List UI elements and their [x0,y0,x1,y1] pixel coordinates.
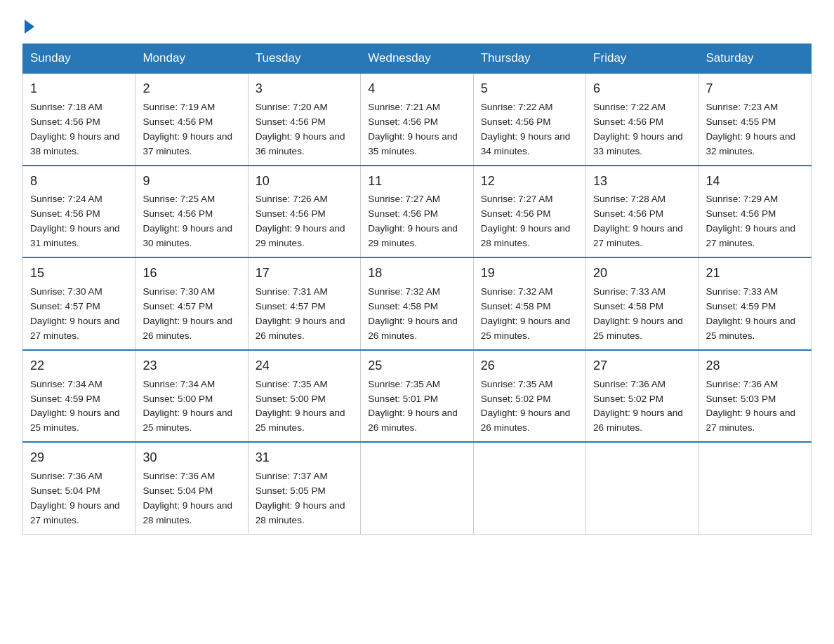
day-number: 29 [30,448,128,468]
day-number: 2 [143,79,240,99]
day-info: Sunrise: 7:32 AMSunset: 4:58 PMDaylight:… [368,286,458,341]
calendar-cell: 8Sunrise: 7:24 AMSunset: 4:56 PMDaylight… [23,166,135,258]
calendar-table: SundayMondayTuesdayWednesdayThursdayFrid… [22,43,812,535]
day-number: 18 [368,264,465,283]
day-info: Sunrise: 7:34 AMSunset: 5:00 PMDaylight:… [143,379,232,434]
day-number: 24 [256,356,353,376]
calendar-cell: 7Sunrise: 7:23 AMSunset: 4:55 PMDaylight… [699,73,811,166]
calendar-cell: 6Sunrise: 7:22 AMSunset: 4:56 PMDaylight… [586,73,699,166]
calendar-cell: 19Sunrise: 7:32 AMSunset: 4:58 PMDayligh… [473,257,585,350]
day-number: 17 [256,264,353,283]
calendar-cell: 30Sunrise: 7:36 AMSunset: 5:04 PMDayligh… [135,442,248,534]
header-wednesday: Wednesday [361,44,473,74]
day-info: Sunrise: 7:30 AMSunset: 4:57 PMDaylight:… [30,286,120,341]
day-info: Sunrise: 7:30 AMSunset: 4:57 PMDaylight:… [143,286,232,341]
day-number: 4 [368,79,465,99]
page-header [22,17,812,31]
header-saturday: Saturday [699,44,811,74]
header-monday: Monday [135,44,248,74]
calendar-cell: 23Sunrise: 7:34 AMSunset: 5:00 PMDayligh… [135,350,248,443]
header-tuesday: Tuesday [248,44,360,74]
day-info: Sunrise: 7:35 AMSunset: 5:02 PMDaylight:… [481,379,571,434]
day-number: 27 [593,356,691,376]
calendar-cell [699,442,811,534]
day-info: Sunrise: 7:34 AMSunset: 4:59 PMDaylight:… [30,379,120,434]
day-info: Sunrise: 7:19 AMSunset: 4:56 PMDaylight:… [143,102,232,156]
calendar-cell: 14Sunrise: 7:29 AMSunset: 4:56 PMDayligh… [699,166,811,258]
day-number: 7 [706,79,804,99]
calendar-cell: 15Sunrise: 7:30 AMSunset: 4:57 PMDayligh… [23,257,135,350]
day-number: 9 [143,172,240,192]
calendar-cell: 12Sunrise: 7:27 AMSunset: 4:56 PMDayligh… [473,166,585,258]
calendar-cell: 11Sunrise: 7:27 AMSunset: 4:56 PMDayligh… [361,166,473,258]
day-number: 5 [481,79,578,99]
day-number: 8 [30,172,128,192]
day-info: Sunrise: 7:23 AMSunset: 4:55 PMDaylight:… [706,102,796,156]
calendar-week-row: 22Sunrise: 7:34 AMSunset: 4:59 PMDayligh… [23,350,812,443]
day-number: 28 [706,356,804,376]
calendar-cell [473,442,585,534]
calendar-cell: 22Sunrise: 7:34 AMSunset: 4:59 PMDayligh… [23,350,135,443]
calendar-cell: 4Sunrise: 7:21 AMSunset: 4:56 PMDaylight… [361,73,473,166]
day-info: Sunrise: 7:36 AMSunset: 5:04 PMDaylight:… [143,471,232,525]
logo-arrow-icon [25,20,34,34]
header-sunday: Sunday [23,44,135,74]
day-number: 12 [481,172,578,192]
calendar-cell: 3Sunrise: 7:20 AMSunset: 4:56 PMDaylight… [248,73,360,166]
calendar-cell: 25Sunrise: 7:35 AMSunset: 5:01 PMDayligh… [361,350,473,443]
day-number: 3 [256,79,353,99]
day-number: 11 [368,172,465,192]
day-number: 21 [706,264,804,283]
calendar-cell [361,442,473,534]
calendar-week-row: 29Sunrise: 7:36 AMSunset: 5:04 PMDayligh… [23,442,812,534]
day-info: Sunrise: 7:18 AMSunset: 4:56 PMDaylight:… [30,102,120,156]
day-number: 19 [481,264,578,283]
day-info: Sunrise: 7:31 AMSunset: 4:57 PMDaylight:… [256,286,345,341]
calendar-header-row: SundayMondayTuesdayWednesdayThursdayFrid… [23,44,812,74]
day-info: Sunrise: 7:22 AMSunset: 4:56 PMDaylight:… [593,102,683,156]
day-number: 25 [368,356,465,376]
calendar-cell: 1Sunrise: 7:18 AMSunset: 4:56 PMDaylight… [23,73,135,166]
calendar-week-row: 8Sunrise: 7:24 AMSunset: 4:56 PMDaylight… [23,166,812,258]
day-info: Sunrise: 7:28 AMSunset: 4:56 PMDaylight:… [593,194,683,248]
day-number: 6 [593,79,691,99]
day-number: 16 [143,264,240,283]
day-info: Sunrise: 7:35 AMSunset: 5:00 PMDaylight:… [256,379,345,434]
calendar-week-row: 15Sunrise: 7:30 AMSunset: 4:57 PMDayligh… [23,257,812,350]
calendar-cell: 18Sunrise: 7:32 AMSunset: 4:58 PMDayligh… [361,257,473,350]
day-number: 14 [706,172,804,192]
day-number: 22 [30,356,128,376]
day-info: Sunrise: 7:35 AMSunset: 5:01 PMDaylight:… [368,379,458,434]
calendar-cell: 16Sunrise: 7:30 AMSunset: 4:57 PMDayligh… [135,257,248,350]
calendar-cell: 21Sunrise: 7:33 AMSunset: 4:59 PMDayligh… [699,257,811,350]
day-info: Sunrise: 7:27 AMSunset: 4:56 PMDaylight:… [368,194,458,248]
day-info: Sunrise: 7:27 AMSunset: 4:56 PMDaylight:… [481,194,571,248]
calendar-cell: 2Sunrise: 7:19 AMSunset: 4:56 PMDaylight… [135,73,248,166]
calendar-cell: 29Sunrise: 7:36 AMSunset: 5:04 PMDayligh… [23,442,135,534]
day-number: 10 [256,172,353,192]
day-number: 20 [593,264,691,283]
day-info: Sunrise: 7:36 AMSunset: 5:03 PMDaylight:… [706,379,796,434]
day-info: Sunrise: 7:37 AMSunset: 5:05 PMDaylight:… [256,471,345,525]
day-info: Sunrise: 7:25 AMSunset: 4:56 PMDaylight:… [143,194,232,248]
header-friday: Friday [586,44,699,74]
calendar-cell: 5Sunrise: 7:22 AMSunset: 4:56 PMDaylight… [473,73,585,166]
day-info: Sunrise: 7:36 AMSunset: 5:04 PMDaylight:… [30,471,120,525]
day-info: Sunrise: 7:32 AMSunset: 4:58 PMDaylight:… [481,286,571,341]
day-number: 31 [256,448,353,468]
calendar-week-row: 1Sunrise: 7:18 AMSunset: 4:56 PMDaylight… [23,73,812,166]
day-info: Sunrise: 7:21 AMSunset: 4:56 PMDaylight:… [368,102,458,156]
day-info: Sunrise: 7:20 AMSunset: 4:56 PMDaylight:… [256,102,345,156]
logo [22,17,34,31]
day-info: Sunrise: 7:26 AMSunset: 4:56 PMDaylight:… [256,194,345,248]
day-number: 26 [481,356,578,376]
day-info: Sunrise: 7:36 AMSunset: 5:02 PMDaylight:… [593,379,683,434]
calendar-cell: 10Sunrise: 7:26 AMSunset: 4:56 PMDayligh… [248,166,360,258]
day-number: 23 [143,356,240,376]
calendar-cell: 27Sunrise: 7:36 AMSunset: 5:02 PMDayligh… [586,350,699,443]
calendar-cell: 26Sunrise: 7:35 AMSunset: 5:02 PMDayligh… [473,350,585,443]
calendar-cell: 17Sunrise: 7:31 AMSunset: 4:57 PMDayligh… [248,257,360,350]
day-number: 13 [593,172,691,192]
day-number: 15 [30,264,128,283]
day-info: Sunrise: 7:22 AMSunset: 4:56 PMDaylight:… [481,102,571,156]
